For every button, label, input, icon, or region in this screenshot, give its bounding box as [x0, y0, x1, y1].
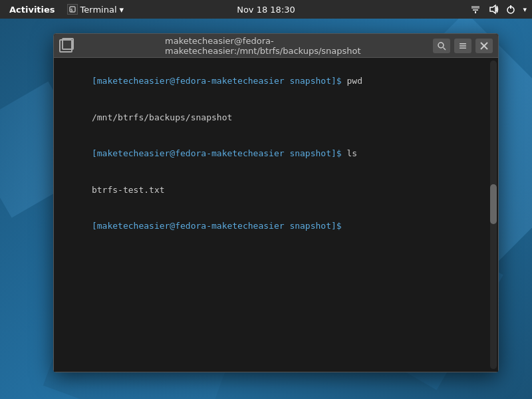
terminal-taskbar-icon: $ — [67, 4, 78, 15]
svg-line-11 — [444, 47, 446, 50]
output-1: /mnt/btrfs/backups/snapshot — [92, 112, 232, 122]
cmd-1: pwd — [346, 76, 362, 86]
terminal-line-3: [maketecheasier@fedora-maketecheasier sn… — [61, 136, 491, 172]
terminal-line-5: [maketecheasier@fedora-maketecheasier sn… — [61, 208, 491, 245]
output-2: btrfs-test.txt — [92, 185, 165, 195]
volume-icon[interactable] — [488, 4, 499, 15]
svg-marker-7 — [490, 5, 495, 13]
system-menu-arrow[interactable]: ▾ — [523, 5, 527, 14]
hamburger-icon — [458, 41, 467, 51]
svg-rect-6 — [475, 11, 476, 13]
svg-rect-2 — [471, 6, 474, 9]
topbar-left: Activities $ Terminal ▾ — [5, 3, 124, 16]
close-icon — [480, 42, 488, 50]
activities-button[interactable]: Activities — [5, 3, 59, 16]
menu-button[interactable] — [454, 39, 471, 53]
restore-icon[interactable] — [59, 39, 72, 53]
topbar-datetime: Nov 18 18:30 — [237, 5, 295, 15]
terminal-line-1: [maketecheasier@fedora-maketecheasier sn… — [61, 63, 491, 100]
terminal-window: maketecheasier@fedora-maketecheasier:/mn… — [53, 33, 499, 372]
terminal-taskbar-label: Terminal — [80, 5, 117, 15]
scrollbar-thumb[interactable] — [490, 184, 497, 224]
terminal-line-4: btrfs-test.txt — [61, 172, 491, 209]
terminal-line-2: /mnt/btrfs/backups/snapshot — [61, 100, 491, 136]
close-button[interactable] — [475, 39, 493, 53]
svg-rect-4 — [477, 6, 479, 9]
svg-rect-14 — [460, 47, 466, 49]
prompt-2: [maketecheasier@fedora-maketecheasier sn… — [92, 148, 347, 158]
terminal-body[interactable]: [maketecheasier@fedora-maketecheasier sn… — [54, 58, 498, 372]
prompt-1: [maketecheasier@fedora-maketecheasier sn… — [92, 76, 347, 86]
svg-rect-13 — [460, 45, 466, 47]
terminal-title: maketecheasier@fedora-maketecheasier:/mn… — [165, 36, 387, 56]
network-icon[interactable] — [469, 4, 481, 15]
power-icon[interactable] — [505, 4, 516, 15]
terminal-small-icon: $ — [69, 6, 76, 13]
topbar-right: ▾ — [469, 4, 527, 15]
svg-point-10 — [438, 43, 444, 48]
prompt-3: [maketecheasier@fedora-maketecheasier sn… — [92, 221, 347, 231]
svg-rect-3 — [474, 6, 477, 9]
topbar: Activities $ Terminal ▾ Nov 18 18:30 — [0, 0, 532, 19]
terminal-scrollbar[interactable] — [490, 61, 497, 369]
search-button[interactable] — [433, 39, 450, 53]
terminal-dropdown-icon[interactable]: ▾ — [120, 5, 124, 15]
terminal-titlebar: maketecheasier@fedora-maketecheasier:/mn… — [54, 34, 498, 58]
titlebar-controls — [433, 39, 493, 53]
terminal-taskbar-button[interactable]: $ Terminal ▾ — [67, 4, 124, 15]
svg-text:$: $ — [70, 7, 73, 12]
cmd-2: ls — [346, 148, 357, 158]
svg-rect-12 — [460, 43, 466, 45]
titlebar-left — [59, 39, 72, 53]
svg-rect-5 — [473, 9, 478, 11]
search-icon — [437, 41, 446, 51]
